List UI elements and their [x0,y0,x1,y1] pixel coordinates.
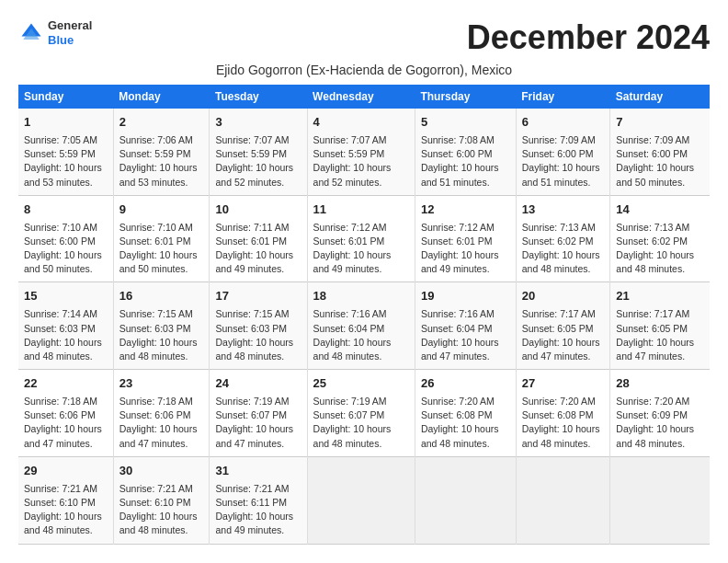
daylight-text: Daylight: 10 hours and 48 minutes. [616,423,694,448]
sunrise-text: Sunrise: 7:18 AM [24,396,97,407]
day-number: 26 [421,375,510,393]
calendar-cell: 1Sunrise: 7:05 AMSunset: 5:59 PMDaylight… [18,109,113,195]
calendar-cell: 8Sunrise: 7:10 AMSunset: 6:00 PMDaylight… [18,195,113,282]
sunset-text: Sunset: 6:01 PM [119,236,191,247]
day-number: 7 [616,114,704,132]
daylight-text: Daylight: 10 hours and 53 minutes. [24,162,102,187]
day-number: 3 [215,114,301,132]
sunset-text: Sunset: 6:05 PM [522,323,594,334]
calendar-cell: 24Sunrise: 7:19 AMSunset: 6:07 PMDayligh… [210,370,307,457]
sunset-text: Sunset: 6:08 PM [421,409,493,420]
daylight-text: Daylight: 10 hours and 48 minutes. [313,423,392,448]
sunrise-text: Sunrise: 7:16 AM [313,308,387,319]
sunrise-text: Sunrise: 7:06 AM [119,134,193,145]
days-header-row: SundayMondayTuesdayWednesdayThursdayFrid… [18,85,710,109]
day-number: 22 [24,375,108,393]
day-number: 25 [313,375,409,393]
daylight-text: Daylight: 10 hours and 47 minutes. [522,337,600,362]
sunrise-text: Sunrise: 7:12 AM [421,222,495,233]
daylight-text: Daylight: 10 hours and 49 minutes. [421,249,499,274]
daylight-text: Daylight: 10 hours and 48 minutes. [119,511,198,535]
sunrise-text: Sunrise: 7:07 AM [313,134,387,145]
sunset-text: Sunset: 5:59 PM [119,148,191,159]
sunset-text: Sunset: 5:59 PM [215,148,287,159]
calendar-cell: 6Sunrise: 7:09 AMSunset: 6:00 PMDaylight… [516,109,610,195]
day-number: 30 [119,463,204,480]
calendar-week-4: 22Sunrise: 7:18 AMSunset: 6:06 PMDayligh… [18,370,710,457]
sunrise-text: Sunrise: 7:15 AM [215,308,289,319]
sunrise-text: Sunrise: 7:21 AM [119,483,193,494]
sunrise-text: Sunrise: 7:08 AM [421,134,495,145]
day-number: 12 [421,201,510,219]
calendar-cell: 3Sunrise: 7:07 AMSunset: 5:59 PMDaylight… [210,109,307,195]
sunset-text: Sunset: 6:03 PM [24,323,96,334]
calendar-cell: 22Sunrise: 7:18 AMSunset: 6:06 PMDayligh… [18,370,113,457]
logo-text: General Blue [48,18,92,47]
calendar-cell: 12Sunrise: 7:12 AMSunset: 6:01 PMDayligh… [415,195,516,282]
day-header-monday: Monday [113,85,210,109]
day-number: 14 [616,201,704,219]
day-header-saturday: Saturday [610,85,710,109]
sunrise-text: Sunrise: 7:07 AM [215,134,289,145]
sunrise-text: Sunrise: 7:20 AM [421,396,495,407]
daylight-text: Daylight: 10 hours and 51 minutes. [522,162,600,187]
sunset-text: Sunset: 6:11 PM [215,497,287,508]
calendar-table: SundayMondayTuesdayWednesdayThursdayFrid… [18,85,710,545]
day-number: 28 [616,375,704,393]
sunrise-text: Sunrise: 7:18 AM [119,396,193,407]
sunset-text: Sunset: 6:04 PM [421,323,493,334]
sunset-text: Sunset: 6:04 PM [313,323,385,334]
calendar-cell: 19Sunrise: 7:16 AMSunset: 6:04 PMDayligh… [415,282,516,370]
sunrise-text: Sunrise: 7:21 AM [24,483,97,494]
daylight-text: Daylight: 10 hours and 49 minutes. [215,511,293,535]
calendar-cell: 2Sunrise: 7:06 AMSunset: 5:59 PMDaylight… [113,109,210,195]
calendar-cell: 4Sunrise: 7:07 AMSunset: 5:59 PMDaylight… [307,109,415,195]
calendar-cell: 18Sunrise: 7:16 AMSunset: 6:04 PMDayligh… [307,282,415,370]
daylight-text: Daylight: 10 hours and 52 minutes. [215,162,293,187]
logo: General Blue [18,18,92,47]
sunset-text: Sunset: 6:10 PM [24,497,96,508]
page-subtitle: Ejido Gogorron (Ex-Hacienda de Gogorron)… [18,63,710,77]
sunrise-text: Sunrise: 7:11 AM [215,222,289,233]
daylight-text: Daylight: 10 hours and 47 minutes. [119,423,198,448]
daylight-text: Daylight: 10 hours and 48 minutes. [421,423,499,448]
day-number: 6 [522,114,605,132]
sunset-text: Sunset: 6:02 PM [616,236,688,247]
sunset-text: Sunset: 6:01 PM [421,236,493,247]
sunset-text: Sunset: 6:00 PM [24,236,96,247]
sunrise-text: Sunrise: 7:13 AM [522,222,596,233]
calendar-cell: 14Sunrise: 7:13 AMSunset: 6:02 PMDayligh… [610,195,710,282]
sunrise-text: Sunrise: 7:10 AM [119,222,193,233]
day-header-thursday: Thursday [415,85,516,109]
daylight-text: Daylight: 10 hours and 53 minutes. [119,162,198,187]
calendar-cell: 29Sunrise: 7:21 AMSunset: 6:10 PMDayligh… [18,456,113,544]
day-number: 20 [522,288,605,305]
day-number: 2 [119,114,204,132]
day-header-wednesday: Wednesday [307,85,415,109]
day-number: 9 [119,201,204,219]
day-number: 23 [119,375,204,393]
sunset-text: Sunset: 6:00 PM [421,148,493,159]
sunrise-text: Sunrise: 7:09 AM [522,134,596,145]
daylight-text: Daylight: 10 hours and 48 minutes. [24,511,102,535]
calendar-cell: 13Sunrise: 7:13 AMSunset: 6:02 PMDayligh… [516,195,610,282]
daylight-text: Daylight: 10 hours and 48 minutes. [616,249,694,274]
calendar-cell: 16Sunrise: 7:15 AMSunset: 6:03 PMDayligh… [113,282,210,370]
sunset-text: Sunset: 6:01 PM [215,236,287,247]
sunset-text: Sunset: 6:05 PM [616,323,688,334]
day-number: 31 [215,463,301,480]
sunset-text: Sunset: 5:59 PM [313,148,385,159]
sunrise-text: Sunrise: 7:12 AM [313,222,387,233]
sunrise-text: Sunrise: 7:20 AM [616,396,689,407]
sunrise-text: Sunrise: 7:19 AM [215,396,289,407]
daylight-text: Daylight: 10 hours and 47 minutes. [215,423,293,448]
day-number: 27 [522,375,605,393]
calendar-week-3: 15Sunrise: 7:14 AMSunset: 6:03 PMDayligh… [18,282,710,370]
sunset-text: Sunset: 6:03 PM [119,323,191,334]
daylight-text: Daylight: 10 hours and 48 minutes. [522,249,600,274]
daylight-text: Daylight: 10 hours and 49 minutes. [313,249,392,274]
calendar-cell: 17Sunrise: 7:15 AMSunset: 6:03 PMDayligh… [210,282,307,370]
day-number: 13 [522,201,605,219]
page-header: General Blue December 2024 [18,18,710,57]
calendar-cell: 26Sunrise: 7:20 AMSunset: 6:08 PMDayligh… [415,370,516,457]
